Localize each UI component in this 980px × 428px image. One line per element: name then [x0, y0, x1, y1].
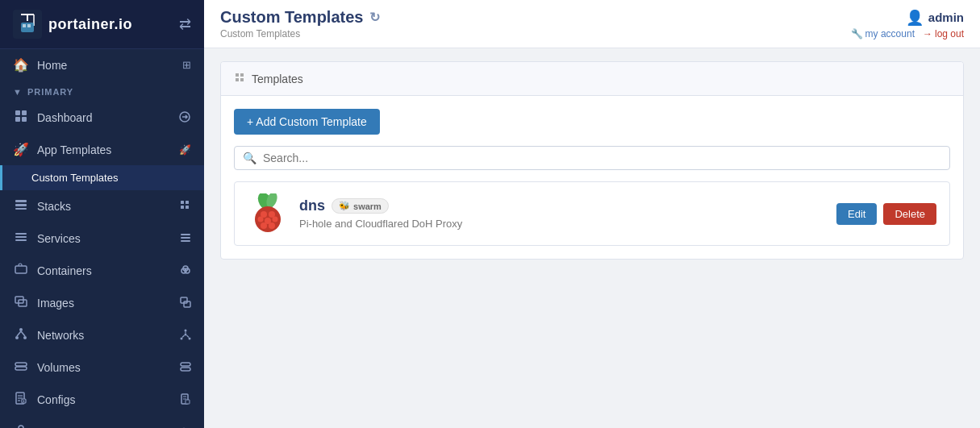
- template-description: Pi-hole and Cloudflared DoH Proxy: [299, 218, 825, 230]
- svg-rect-13: [15, 204, 27, 206]
- sidebar-stacks-label: Stacks: [37, 200, 71, 213]
- transfer-icon[interactable]: ⇄: [179, 15, 191, 33]
- svg-rect-10: [22, 117, 27, 122]
- sidebar-logo: portainer.io ⇄: [0, 0, 204, 49]
- services-icon: [13, 231, 29, 247]
- configs-icon: [13, 392, 29, 408]
- sidebar-images-label: Images: [37, 297, 74, 310]
- svg-rect-18: [186, 206, 189, 209]
- sidebar-item-networks[interactable]: Networks: [0, 319, 204, 351]
- sidebar-networks-label: Networks: [37, 329, 84, 342]
- add-custom-template-button[interactable]: + Add Custom Template: [234, 109, 380, 135]
- account-icon: 🔧: [851, 28, 863, 39]
- topbar-user: 👤 admin 🔧 my account → log out: [851, 9, 964, 39]
- secrets-right-icon: [180, 426, 191, 429]
- template-badge: 🐝 swarm: [332, 198, 389, 214]
- svg-rect-9: [15, 117, 20, 122]
- log-out-link[interactable]: → log out: [923, 28, 964, 39]
- svg-line-36: [17, 331, 21, 336]
- refresh-icon[interactable]: ↻: [369, 10, 380, 25]
- networks-right-icon: [180, 329, 191, 343]
- template-actions: Edit Delete: [836, 203, 936, 225]
- configs-right-icon: [180, 393, 191, 407]
- log-out-label: log out: [935, 28, 964, 39]
- sidebar-services-label: Services: [37, 232, 81, 245]
- images-icon: [13, 295, 29, 311]
- containers-right-icon: [180, 264, 191, 278]
- dashboard-icon: [13, 110, 29, 126]
- sidebar-item-secrets[interactable]: Secrets: [0, 416, 204, 428]
- svg-rect-22: [181, 234, 190, 235]
- templates-icon: [234, 72, 245, 85]
- sidebar: portainer.io ⇄ 🏠 Home ⊞ ▼ PRIMARY Dashbo…: [0, 0, 204, 428]
- secrets-icon: [13, 424, 29, 428]
- svg-point-34: [15, 336, 19, 339]
- svg-rect-17: [181, 206, 184, 209]
- page-title-text: Custom Templates: [220, 8, 363, 27]
- svg-rect-7: [15, 110, 20, 115]
- svg-point-74: [269, 222, 275, 229]
- svg-line-43: [182, 335, 185, 338]
- search-input[interactable]: [263, 152, 941, 164]
- app-templates-icon: 🚀: [13, 142, 29, 157]
- svg-point-35: [23, 336, 27, 339]
- images-right-icon: [180, 297, 191, 310]
- svg-rect-21: [15, 239, 27, 241]
- search-bar: 🔍: [234, 146, 950, 170]
- services-right-icon: [180, 232, 191, 246]
- sidebar-containers-label: Containers: [37, 264, 92, 277]
- svg-rect-15: [181, 201, 184, 204]
- main-content: Custom Templates ↻ Custom Templates 👤 ad…: [204, 0, 980, 428]
- template-name-text: dns: [299, 197, 325, 214]
- svg-rect-20: [15, 236, 27, 238]
- my-account-link[interactable]: 🔧 my account: [851, 28, 915, 39]
- delete-button[interactable]: Delete: [883, 203, 936, 225]
- primary-arrow: ▼: [13, 87, 23, 97]
- home-icon-right: ⊞: [182, 59, 191, 71]
- sidebar-item-home[interactable]: 🏠 Home ⊞: [0, 49, 204, 81]
- svg-point-40: [189, 337, 191, 339]
- svg-line-44: [187, 335, 190, 338]
- stacks-right-icon: [180, 200, 191, 214]
- page-title: Custom Templates ↻: [220, 8, 380, 27]
- sidebar-item-services[interactable]: Services: [0, 222, 204, 255]
- sidebar-item-stacks[interactable]: Stacks: [0, 190, 204, 222]
- edit-button[interactable]: Edit: [836, 203, 877, 225]
- topbar: Custom Templates ↻ Custom Templates 👤 ad…: [204, 0, 980, 48]
- template-name: dns 🐝 swarm: [299, 197, 825, 214]
- dashboard-right-icon: [178, 110, 191, 126]
- svg-rect-5: [23, 24, 26, 27]
- sidebar-app-templates-label: App Templates: [37, 143, 111, 156]
- svg-point-33: [19, 328, 23, 331]
- portainer-logo-icon: [13, 10, 42, 39]
- sidebar-item-volumes[interactable]: Volumes: [0, 351, 204, 384]
- sidebar-item-app-templates[interactable]: 🚀 App Templates 🚀: [0, 134, 204, 165]
- template-info: dns 🐝 swarm Pi-hole and Cloudflared DoH …: [299, 197, 825, 230]
- badge-text: swarm: [353, 202, 382, 211]
- app-templates-right-icon: 🚀: [179, 144, 191, 156]
- sidebar-item-containers[interactable]: Containers: [0, 255, 204, 287]
- sidebar-item-images[interactable]: Images: [0, 287, 204, 319]
- my-account-label: my account: [865, 28, 915, 39]
- svg-rect-47: [181, 363, 190, 366]
- sidebar-dashboard-label: Dashboard: [37, 111, 93, 124]
- sidebar-item-dashboard[interactable]: Dashboard: [0, 102, 204, 134]
- networks-icon: [13, 327, 29, 343]
- sidebar-configs-label: Configs: [37, 393, 75, 406]
- user-avatar-icon: 👤: [906, 9, 924, 27]
- templates-panel: Templates + Add Custom Template 🔍: [220, 61, 964, 260]
- svg-rect-25: [15, 266, 27, 273]
- sidebar-custom-templates-label: Custom Templates: [31, 172, 118, 184]
- breadcrumb: Custom Templates: [220, 28, 380, 39]
- svg-rect-12: [15, 200, 27, 202]
- svg-line-37: [21, 331, 25, 336]
- template-logo: [248, 193, 288, 234]
- sidebar-volumes-label: Volumes: [37, 361, 81, 374]
- username-text: admin: [928, 10, 964, 24]
- panel-header: Templates: [221, 62, 963, 96]
- sidebar-item-custom-templates[interactable]: Custom Templates: [0, 165, 204, 190]
- home-icon: 🏠: [13, 57, 29, 73]
- sidebar-item-configs[interactable]: Configs: [0, 384, 204, 416]
- volumes-icon: [13, 359, 29, 376]
- svg-point-73: [261, 222, 267, 229]
